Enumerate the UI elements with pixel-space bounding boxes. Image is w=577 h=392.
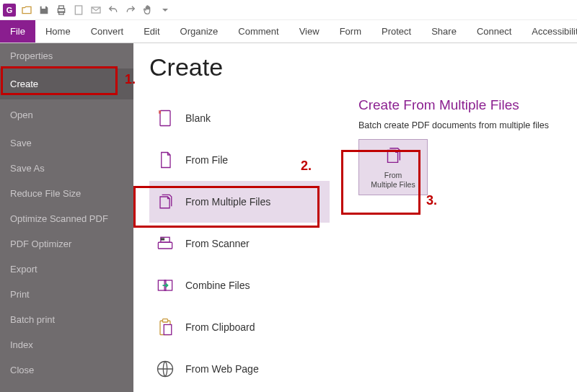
multi-file-icon bbox=[155, 192, 175, 212]
create-option-from-multiple-files[interactable]: From Multiple Files bbox=[149, 181, 330, 223]
create-option-label: From Multiple Files bbox=[185, 196, 270, 208]
multi-file-icon bbox=[382, 145, 404, 166]
content-panel: Create Blank From File From Multiple Fil… bbox=[133, 43, 577, 392]
blank-page-icon bbox=[155, 108, 175, 128]
tab-share[interactable]: Share bbox=[421, 20, 467, 43]
save-icon[interactable] bbox=[38, 4, 50, 17]
create-option-from-clipboard[interactable]: From Clipboard bbox=[149, 306, 330, 348]
svg-rect-5 bbox=[160, 111, 170, 126]
ribbon-tabs: File Home Convert Edit Organize Comment … bbox=[0, 20, 577, 43]
create-option-label: From Scanner bbox=[185, 238, 250, 249]
svg-rect-6 bbox=[158, 242, 172, 249]
svg-rect-1 bbox=[59, 6, 64, 9]
file-menu-sidebar: Properties Create Open Save Save As Redu… bbox=[0, 43, 133, 392]
svg-rect-12 bbox=[164, 325, 172, 335]
tab-convert[interactable]: Convert bbox=[81, 20, 134, 43]
sidebar-item-open[interactable]: Open bbox=[0, 99, 133, 130]
sidebar-item-save[interactable]: Save bbox=[0, 130, 133, 156]
sidebar-item-properties[interactable]: Properties bbox=[0, 43, 133, 68]
tab-connect[interactable]: Connect bbox=[467, 20, 521, 43]
blank-doc-icon[interactable] bbox=[72, 4, 85, 17]
scanner-icon bbox=[155, 233, 175, 254]
tab-organize[interactable]: Organize bbox=[170, 20, 229, 43]
app-logo: G bbox=[3, 4, 16, 17]
redo-icon[interactable] bbox=[124, 4, 137, 17]
create-options-list: Blank From File From Multiple Files From… bbox=[149, 97, 330, 390]
create-option-label: Blank bbox=[185, 112, 211, 124]
detail-description: Batch create PDF documents from multiple… bbox=[358, 120, 563, 130]
create-option-from-file[interactable]: From File bbox=[149, 139, 330, 181]
from-multiple-files-tile[interactable]: From Multiple Files bbox=[358, 139, 428, 195]
sidebar-item-optimize-scanned-pdf[interactable]: Optimize Scanned PDF bbox=[0, 206, 133, 231]
tab-file[interactable]: File bbox=[0, 20, 35, 43]
tab-protect[interactable]: Protect bbox=[371, 20, 421, 43]
svg-rect-3 bbox=[75, 6, 82, 14]
create-option-from-scanner[interactable]: From Scanner bbox=[149, 223, 330, 264]
file-icon bbox=[155, 150, 175, 170]
quick-access-toolbar: G bbox=[0, 0, 577, 20]
sidebar-item-export[interactable]: Export bbox=[0, 257, 133, 282]
tab-accessibility[interactable]: Accessibility bbox=[521, 20, 577, 43]
sidebar-item-pdf-optimizer[interactable]: PDF Optimizer bbox=[0, 231, 133, 257]
tab-comment[interactable]: Comment bbox=[228, 20, 288, 43]
tab-form[interactable]: Form bbox=[330, 20, 371, 43]
create-detail-panel: Create From Multiple Files Batch create … bbox=[358, 97, 563, 390]
sidebar-item-print[interactable]: Print bbox=[0, 282, 133, 307]
create-option-label: Combine Files bbox=[185, 280, 250, 291]
sidebar-item-save-as[interactable]: Save As bbox=[0, 156, 133, 181]
create-option-label: From Clipboard bbox=[185, 321, 255, 333]
create-option-label: From Web Page bbox=[185, 363, 259, 375]
print-icon[interactable] bbox=[55, 4, 68, 17]
undo-icon[interactable] bbox=[107, 4, 120, 17]
dropdown-icon[interactable] bbox=[159, 4, 172, 17]
sidebar-item-close[interactable]: Close bbox=[0, 357, 133, 383]
create-option-label: From File bbox=[185, 154, 228, 166]
tile-label: From Multiple Files bbox=[371, 171, 415, 189]
sidebar-item-reduce-file-size[interactable]: Reduce File Size bbox=[0, 181, 133, 206]
create-option-blank[interactable]: Blank bbox=[149, 97, 330, 139]
open-icon[interactable] bbox=[20, 4, 33, 17]
tab-view[interactable]: View bbox=[289, 20, 330, 43]
tab-edit[interactable]: Edit bbox=[133, 20, 169, 43]
sidebar-item-index[interactable]: Index bbox=[0, 332, 133, 357]
detail-title: Create From Multiple Files bbox=[358, 97, 563, 113]
create-option-combine-files[interactable]: Combine Files bbox=[149, 264, 330, 306]
mail-icon[interactable] bbox=[89, 4, 102, 17]
clipboard-icon bbox=[155, 317, 175, 337]
create-option-from-web-page[interactable]: From Web Page bbox=[149, 348, 330, 390]
tab-home[interactable]: Home bbox=[35, 20, 81, 43]
svg-rect-11 bbox=[163, 319, 168, 322]
hand-tool-icon[interactable] bbox=[141, 4, 154, 17]
page-title: Create bbox=[149, 53, 563, 81]
combine-files-icon bbox=[155, 275, 175, 295]
sidebar-item-create[interactable]: Create bbox=[0, 68, 133, 99]
sidebar-item-batch-print[interactable]: Batch print bbox=[0, 307, 133, 332]
globe-icon bbox=[155, 359, 175, 379]
